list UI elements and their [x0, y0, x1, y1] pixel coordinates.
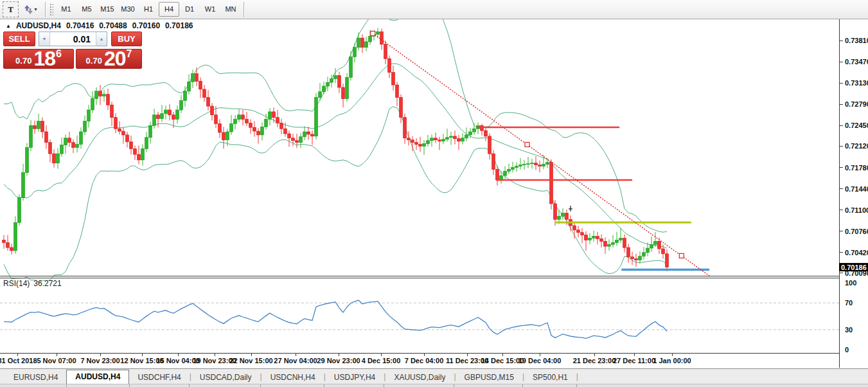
- trendline-anchor-marker[interactable]: [525, 142, 529, 147]
- time-axis-label: 7 Nov 23:00: [80, 357, 120, 364]
- time-axis-label: 21 Dec 23:00: [573, 357, 616, 364]
- volume-field[interactable]: 0.01: [50, 32, 96, 46]
- sell-price-prefix: 0.70: [15, 56, 31, 66]
- tab-boundary-tick: [454, 384, 454, 387]
- tab-boundary-tick: [260, 384, 261, 387]
- rsi-axis-label: 30: [845, 326, 853, 334]
- chart-canvas[interactable]: 0.738100.734700.731300.727900.724500.721…: [0, 19, 868, 368]
- tab-strip-footer: [0, 384, 868, 387]
- chart-tabs: EURUSD,H4AUDUSD,H4USDCHF,H4|USDCAD,Daily…: [0, 368, 868, 384]
- tab-boundary-tick: [129, 384, 130, 387]
- rsi-axis-label: 100: [845, 279, 856, 287]
- price-axis-label: 0.70420: [845, 249, 868, 256]
- timeframe-button-m5[interactable]: M5: [76, 2, 97, 17]
- time-axis-label: 27 Nov 04:00: [274, 357, 317, 364]
- tab-xauusd-daily[interactable]: XAUUSD,Daily: [385, 371, 454, 384]
- timeframe-button-d1[interactable]: D1: [179, 2, 200, 17]
- buy-button[interactable]: BUY: [111, 32, 142, 46]
- sell-price-pip: 6: [56, 48, 62, 60]
- arrows-icon: [24, 5, 33, 14]
- volume-stepper: ▼ 0.01 ▲: [39, 32, 107, 46]
- buy-price-prefix: 0.70: [86, 56, 102, 66]
- price-axis-label: 0.73810: [845, 37, 868, 44]
- sell-price-button[interactable]: 0.70 18 6: [3, 49, 74, 69]
- timeframe-button-h1[interactable]: H1: [138, 2, 159, 17]
- price-axis-label: 0.72450: [845, 122, 868, 129]
- tab-boundary-tick: [324, 384, 324, 387]
- tab-usdcad-daily[interactable]: USDCAD,Daily: [191, 371, 260, 384]
- spin-down-icon: ▼: [42, 37, 47, 41]
- timeframe-button-w1[interactable]: W1: [200, 2, 220, 17]
- tab-gbpusd-m15[interactable]: GBPUSD,M15: [456, 371, 522, 384]
- trading-terminal-window: T ▾ M1M5M15M30H1H4D1W1MN 0.738100.734700…: [0, 0, 868, 387]
- tab-sp500-h1[interactable]: SP500,H1: [524, 371, 576, 384]
- tab-boundary-tick: [522, 384, 523, 387]
- time-axis-label: 31 Oct 2018: [0, 357, 37, 364]
- buy-price-button[interactable]: 0.70 20 7: [76, 49, 142, 69]
- spin-up-icon: ▲: [100, 37, 104, 41]
- time-axis[interactable]: 31 Oct 20185 Nov 07:007 Nov 23:0012 Nov …: [0, 354, 691, 364]
- buy-button-label: BUY: [118, 34, 135, 44]
- ohlc-close: 0.70186: [165, 21, 193, 30]
- timeframe-button-h4[interactable]: H4: [159, 2, 179, 17]
- volume-increase-button[interactable]: ▲: [96, 32, 107, 46]
- chart-objects[interactable]: [371, 32, 711, 277]
- time-axis-label: 29 Nov 23:00: [317, 357, 360, 364]
- ohlc-low: 0.70160: [132, 21, 160, 30]
- toolbar: T ▾ M1M5M15M30H1H4D1W1MN: [0, 0, 868, 19]
- sell-button-label: SELL: [8, 34, 30, 44]
- tab-boundary-tick: [66, 384, 67, 387]
- tab-eurusd-h4[interactable]: EURUSD,H4: [5, 371, 66, 384]
- time-axis-label: 27 Dec 11:00: [613, 357, 655, 364]
- trendline-anchor-marker[interactable]: [679, 253, 684, 258]
- sell-button[interactable]: SELL: [3, 32, 35, 46]
- tab-usdjpy-h4[interactable]: USDJPY,H4: [326, 371, 384, 384]
- rsi-pane: 10070300: [0, 279, 856, 354]
- timeframe-button-mn[interactable]: MN: [220, 2, 241, 17]
- price-axis-label: 0.71440: [845, 185, 868, 193]
- price-axis-label: 0.73470: [845, 58, 868, 66]
- timeframe-button-m1[interactable]: M1: [56, 2, 76, 17]
- tab-separator: |: [576, 372, 578, 381]
- rsi-axis-label: 0: [845, 346, 849, 354]
- one-click-trading-panel: SELL ▼ 0.01 ▲ BUY 0.70 1: [3, 32, 142, 69]
- tab-boundary-tick: [576, 384, 577, 387]
- trendline-anchor-marker[interactable]: [371, 32, 375, 36]
- current-price-tag-text: 0.70186: [841, 264, 867, 271]
- chart-symbol-period: AUDUSD,H4: [16, 21, 61, 30]
- price-axis-label: 0.70760: [845, 228, 868, 235]
- text-tool-button[interactable]: T: [3, 1, 19, 17]
- tab-usdchf-h4[interactable]: USDCHF,H4: [129, 371, 189, 384]
- text-tool-icon: T: [8, 4, 13, 15]
- collapse-icon[interactable]: ▲: [6, 23, 11, 29]
- tab-usdcnh-h4[interactable]: USDCNH,H4: [262, 371, 324, 384]
- arrows-tool-button[interactable]: ▾: [20, 1, 42, 17]
- tab-audusd-h4[interactable]: AUDUSD,H4: [66, 370, 129, 384]
- rsi-name: RSI(14): [3, 279, 30, 288]
- rsi-line: [4, 300, 667, 338]
- chart-title: ▲ AUDUSD,H4 0.70416 0.70488 0.70160 0.70…: [6, 21, 193, 30]
- rsi-axis-label: 70: [845, 299, 853, 307]
- ohlc-high: 0.70488: [99, 21, 127, 30]
- volume-decrease-button[interactable]: ▼: [39, 32, 50, 46]
- chart-area: 0.738100.734700.731300.727900.724500.721…: [0, 19, 868, 368]
- ohlc-open: 0.70416: [66, 21, 94, 30]
- descending-trendline[interactable]: [373, 33, 710, 276]
- rsi-indicator-label: RSI(14) 36.2721: [3, 279, 62, 288]
- pane-borders: [0, 19, 840, 368]
- time-axis-label: 22 Nov 15:00: [229, 357, 272, 364]
- tab-boundary-tick: [189, 384, 190, 387]
- rsi-value: 36.2721: [33, 279, 61, 288]
- time-axis-label: 7 Dec 04:00: [405, 357, 444, 364]
- price-axis-label: 0.72790: [845, 100, 868, 108]
- timeframe-group: M1M5M15M30H1H4D1W1MN: [56, 2, 241, 17]
- price-axis-label: 0.72120: [845, 142, 868, 150]
- timeframe-button-m30[interactable]: M30: [118, 2, 138, 17]
- price-axis[interactable]: 0.738100.734700.731300.727900.724500.721…: [839, 37, 868, 277]
- chevron-down-icon: ▾: [34, 6, 37, 12]
- timeframe-button-m15[interactable]: M15: [97, 2, 118, 17]
- buy-price-big: 20: [104, 50, 126, 68]
- time-axis-label: 14 Dec 15:00: [481, 357, 524, 364]
- toolbar-separator: [45, 2, 46, 17]
- toolbar-grip-handle[interactable]: [49, 3, 53, 16]
